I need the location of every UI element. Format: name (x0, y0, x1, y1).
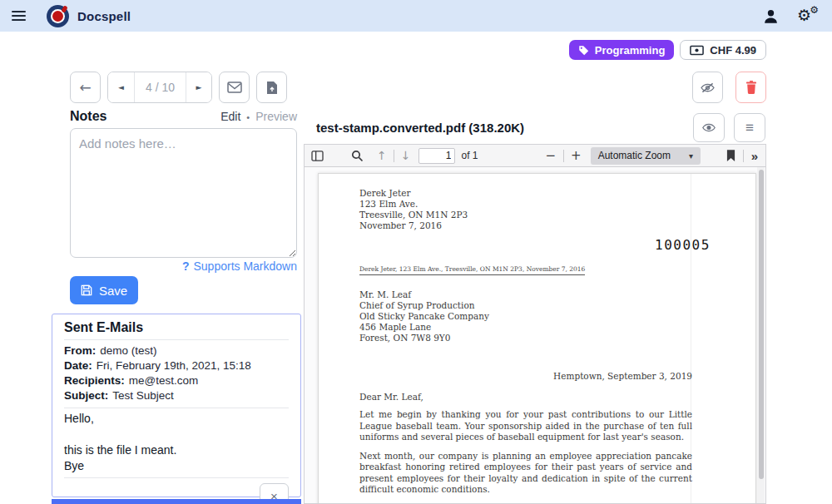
file-upload-icon (266, 81, 278, 95)
cost-badge[interactable]: CHF 4.99 (680, 40, 766, 60)
pdf-zoom-in-button[interactable]: + (571, 148, 582, 163)
attachment-header: test-stamp.converted.pdf (318.20K) ≡ (304, 111, 766, 144)
cost-badge-label: CHF 4.99 (710, 44, 756, 57)
save-notes-button[interactable]: Save (70, 276, 138, 304)
markdown-hint-link[interactable]: Supports Markdown (193, 259, 297, 273)
sent-mails-panel: Sent E-Mails From:demo (test) Date:Fri, … (52, 314, 301, 497)
settings-cogs-icon[interactable]: ⚙ ⚙ (797, 6, 819, 26)
pdf-bookmark-button[interactable] (726, 150, 735, 161)
doc-paragraph: We would like to place an order with you… (359, 503, 692, 504)
pdf-sidebar-toggle[interactable] (311, 151, 324, 161)
pdf-viewer-area[interactable]: Derek Jeter 123 Elm Ave. Treesville, ON … (305, 167, 765, 503)
pdf-page: Derek Jeter 123 Elm Ave. Treesville, ON … (318, 173, 756, 503)
pdfjs-toolbar: ↑ ↓ of 1 − + Automatic Zoom ▾ » (305, 145, 765, 167)
markdown-hint: ?Supports Markdown (70, 259, 297, 273)
pdf-scrollbar[interactable] (757, 167, 765, 503)
envelope-icon (227, 82, 242, 93)
mail-body-line: Bye (64, 458, 289, 474)
doc-recipient-block: Mr. M. Leaf Chief of Syrup Production Ol… (359, 289, 691, 343)
menu-icon[interactable] (2, 0, 35, 32)
doc-salutation: Dear Mr. Leaf, (359, 392, 691, 402)
item-pager: ◄ 4 / 10 ► (107, 72, 212, 103)
notes-title: Notes (70, 109, 106, 124)
attachment-filename: test-stamp.converted.pdf (318.20K) (316, 121, 524, 135)
mail-body: Hello, this is the file I meant. Bye (64, 408, 289, 477)
hide-preview-button[interactable] (692, 72, 723, 103)
chevron-down-icon: ▾ (689, 151, 693, 161)
eye-slash-icon (700, 82, 716, 94)
eye-icon (701, 122, 716, 133)
mail-body-line: this is the file I meant. (64, 442, 289, 458)
app-title: Docspell (77, 9, 131, 23)
pdf-more-tools-button[interactable]: » (751, 149, 758, 163)
pdf-zoom-mode-label: Automatic Zoom (598, 150, 671, 161)
item-badges: Programming CHF 4.99 (569, 40, 766, 60)
doc-sender-line: Treesville, ON M1N 2P3 (359, 210, 691, 220)
pdf-zoom-select[interactable]: Automatic Zoom ▾ (591, 147, 701, 165)
pdf-zoom-out-button[interactable]: − (545, 148, 556, 163)
item-position-label: 4 / 10 (134, 72, 186, 102)
triangle-right-icon: ► (196, 83, 202, 91)
docspell-logo-icon[interactable] (47, 5, 69, 27)
pdf-search-button[interactable] (351, 150, 364, 162)
add-file-button[interactable] (256, 72, 287, 103)
send-mail-button[interactable] (219, 72, 250, 103)
tag-icon (578, 45, 589, 56)
prev-item-button[interactable]: ◄ (108, 72, 134, 102)
pdf-scrollbar-thumb[interactable] (759, 170, 764, 479)
mail-field-from: From:demo (test) (64, 343, 289, 358)
pdf-panel: ↑ ↓ of 1 − + Automatic Zoom ▾ » Derek Je… (304, 144, 766, 504)
doc-paragraph: Let me begin by thanking you for your pa… (359, 409, 692, 443)
attachment-menu-button[interactable]: ≡ (734, 113, 765, 142)
doc-stamp-number: 100005 (655, 237, 711, 253)
user-icon[interactable] (763, 8, 779, 24)
save-icon (81, 284, 92, 296)
pdf-page-up-button[interactable]: ↑ (377, 149, 387, 162)
pdf-page-count-label: of 1 (461, 150, 478, 161)
item-actions (692, 72, 766, 103)
view-attachment-button[interactable] (693, 113, 725, 142)
mail-field-recipients: Recipients:me@test.com (64, 373, 289, 388)
notes-preview-tab[interactable]: Preview (255, 110, 297, 123)
mail-field-date: Date:Fri, February 19th, 2021, 15:18 (64, 358, 289, 373)
pdf-page-input[interactable] (418, 148, 455, 164)
mail-field-subject: Subject:Test Subject (64, 388, 289, 403)
notes-input[interactable] (70, 128, 297, 258)
item-toolbar: ← ◄ 4 / 10 ► (70, 72, 287, 103)
doc-sender-line: Derek Jeter (359, 188, 691, 199)
trash-icon (745, 81, 757, 94)
back-button[interactable]: ← (70, 72, 101, 103)
notes-edit-tab[interactable]: Edit (220, 110, 240, 123)
mail-body-line (64, 427, 289, 442)
sent-mails-title: Sent E-Mails (64, 320, 289, 339)
money-icon (690, 45, 704, 56)
next-section-edge (52, 499, 301, 504)
pdf-page-down-button[interactable]: ↓ (401, 149, 411, 162)
doc-paragraph: Next month, our company is planning an e… (359, 451, 692, 496)
doc-sender-line: 123 Elm Ave. (359, 199, 691, 210)
delete-item-button[interactable] (735, 72, 766, 103)
menu-lines-icon: ≡ (745, 120, 754, 136)
mail-body-line: Hello, (64, 411, 289, 427)
triangle-left-icon: ◄ (118, 83, 124, 91)
arrow-left-icon: ← (79, 79, 91, 96)
doc-reference-line: Derek Jeter, 123 Elm Ave., Treesville, O… (359, 265, 585, 275)
tag-badge[interactable]: Programming (569, 40, 675, 60)
separator-dot: • (246, 112, 250, 122)
doc-place-date: Hemptown, September 3, 2019 (359, 371, 692, 381)
tag-badge-label: Programming (595, 44, 666, 57)
save-button-label: Save (99, 284, 127, 298)
doc-sender-line: November 7, 2016 (359, 220, 691, 231)
next-item-button[interactable]: ► (186, 72, 211, 102)
help-icon[interactable]: ? (182, 259, 190, 273)
app-header: Docspell ⚙ ⚙ (0, 0, 832, 32)
notes-header: Notes Edit • Preview (70, 109, 297, 124)
